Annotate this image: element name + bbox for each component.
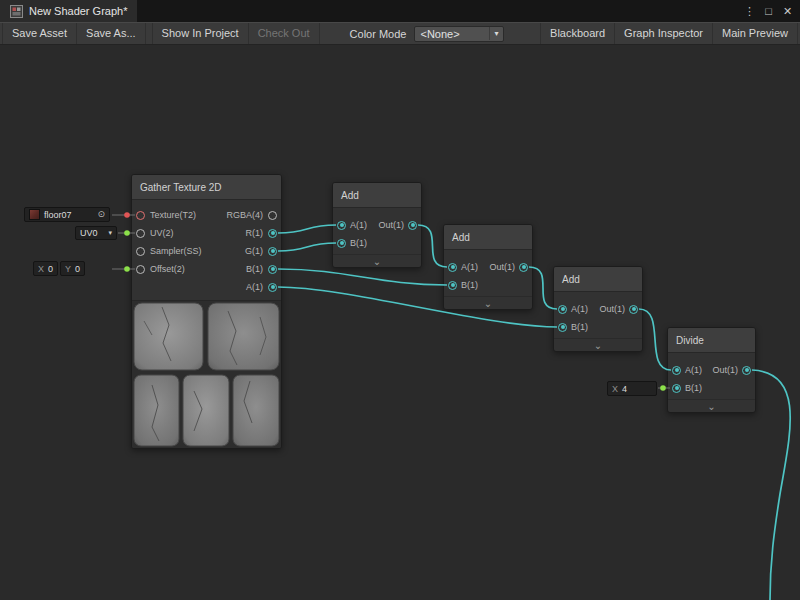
collapse-chevron-icon[interactable]: ⌄ (444, 296, 532, 309)
graph-inspector-toggle-button[interactable]: Graph Inspector (615, 23, 713, 44)
node-add-2[interactable]: Add A(1) B(1) Out(1) ⌄ (443, 224, 533, 310)
node-add-3[interactable]: Add A(1) B(1) Out(1) ⌄ (553, 266, 643, 352)
input-port-offset[interactable] (136, 265, 145, 274)
input-port-texture[interactable] (136, 211, 145, 220)
offset-vector2-field: X 0 Y 0 (33, 261, 85, 276)
save-as-button[interactable]: Save As... (77, 23, 146, 44)
show-in-project-button[interactable]: Show In Project (152, 23, 249, 44)
input-port-a[interactable] (672, 366, 681, 375)
field-label: Y (65, 264, 71, 274)
object-picker-icon[interactable]: ⊙ (97, 210, 105, 219)
field-value: 0 (75, 264, 80, 274)
port-label: Sampler(SS) (150, 246, 202, 256)
port-label: A(1) (246, 282, 263, 292)
port-label: B(1) (350, 238, 367, 248)
node-gather-texture-2d[interactable]: Gather Texture 2D Texture(T2) RGBA(4) UV… (131, 174, 282, 449)
node-title: Gather Texture 2D (132, 175, 281, 200)
port-label: Out(1) (489, 262, 515, 272)
node-title: Add (554, 267, 642, 292)
node-divide[interactable]: Divide A(1) B(1) Out(1) ⌄ (667, 327, 756, 413)
output-port-r[interactable] (268, 229, 277, 238)
field-label: X (612, 384, 618, 394)
port-label: A(1) (571, 304, 588, 314)
port-label: B(1) (685, 383, 702, 393)
texture-field-value: floor07 (44, 210, 72, 220)
output-port-out[interactable] (742, 366, 751, 375)
dropdown-arrow-icon: ▾ (489, 27, 498, 40)
output-port-b[interactable] (268, 265, 277, 274)
port-label: Out(1) (599, 304, 625, 314)
collapse-chevron-icon[interactable]: ⌄ (554, 338, 642, 351)
uv-channel-dropdown[interactable]: UV0 ▾ (75, 226, 117, 240)
port-label: A(1) (350, 220, 367, 230)
field-value: 0 (48, 264, 53, 274)
output-port-rgba[interactable] (268, 211, 277, 220)
shader-graph-window: New Shader Graph* ⋮ □ ✕ Save Asset Save … (0, 0, 800, 600)
kebab-menu-icon[interactable]: ⋮ (741, 0, 758, 22)
input-port-b[interactable] (558, 323, 567, 332)
input-port-b[interactable] (672, 384, 681, 393)
output-port-g[interactable] (268, 247, 277, 256)
port-label: Texture(T2) (150, 210, 196, 220)
input-port-a[interactable] (337, 221, 346, 230)
shader-graph-icon (10, 5, 23, 18)
port-label: A(1) (461, 262, 478, 272)
uv-dropdown-value: UV0 (80, 228, 98, 238)
main-preview-toggle-button[interactable]: Main Preview (713, 23, 798, 44)
collapse-chevron-icon[interactable]: ⌄ (668, 399, 755, 412)
field-label: X (38, 264, 44, 274)
input-port-sampler[interactable] (136, 247, 145, 256)
port-label: A(1) (685, 365, 702, 375)
output-port-out[interactable] (408, 221, 417, 230)
collapse-chevron-icon[interactable]: ⌄ (333, 254, 421, 267)
input-port-b[interactable] (337, 239, 346, 248)
offset-x-field[interactable]: X 0 (33, 261, 58, 276)
blackboard-toggle-button[interactable]: Blackboard (540, 23, 615, 44)
toolbar-right-group: Blackboard Graph Inspector Main Preview (540, 23, 798, 44)
color-mode-label: Color Mode (342, 28, 415, 40)
port-label: Offset(2) (150, 264, 185, 274)
title-bar: New Shader Graph* ⋮ □ ✕ (0, 0, 800, 22)
port-label: B(1) (246, 264, 263, 274)
output-port-out[interactable] (519, 263, 528, 272)
port-label: B(1) (571, 322, 588, 332)
port-label: RGBA(4) (226, 210, 263, 220)
texture-object-field[interactable]: floor07 ⊙ (24, 207, 110, 222)
color-mode-dropdown[interactable]: <None> ▾ (414, 26, 504, 42)
input-port-a[interactable] (558, 305, 567, 314)
port-label: G(1) (245, 246, 263, 256)
node-add-1[interactable]: Add A(1) B(1) Out(1) ⌄ (332, 182, 422, 268)
maximize-icon[interactable]: □ (760, 0, 777, 22)
field-value: 4 (622, 384, 627, 394)
texture-preview (132, 300, 281, 448)
color-mode-value: <None> (420, 28, 459, 40)
node-title: Add (333, 183, 421, 208)
output-port-a[interactable] (268, 283, 277, 292)
dropdown-arrow-icon: ▾ (108, 229, 112, 237)
window-controls: ⋮ □ ✕ (741, 0, 800, 22)
divide-b-float-field[interactable]: X 4 (607, 381, 657, 396)
graph-toolbar: Save Asset Save As... Show In Project Ch… (0, 22, 800, 45)
texture-thumbnail (29, 209, 40, 220)
close-icon[interactable]: ✕ (779, 0, 796, 22)
gather-port-rows: Texture(T2) RGBA(4) UV(2) R(1) Sampler(S… (132, 200, 281, 300)
input-port-a[interactable] (448, 263, 457, 272)
port-label: UV(2) (150, 228, 174, 238)
input-port-uv[interactable] (136, 229, 145, 238)
node-title: Divide (668, 328, 755, 353)
offset-y-field[interactable]: Y 0 (60, 261, 85, 276)
save-asset-button[interactable]: Save Asset (2, 23, 77, 44)
tab-title: New Shader Graph* (29, 5, 127, 17)
port-label: Out(1) (378, 220, 404, 230)
port-label: Out(1) (712, 365, 738, 375)
graph-canvas[interactable] (0, 0, 800, 600)
check-out-button: Check Out (249, 23, 320, 44)
input-port-b[interactable] (448, 281, 457, 290)
port-label: B(1) (461, 280, 478, 290)
output-port-out[interactable] (629, 305, 638, 314)
node-title: Add (444, 225, 532, 250)
graph-tab[interactable]: New Shader Graph* (0, 0, 137, 22)
port-label: R(1) (246, 228, 264, 238)
